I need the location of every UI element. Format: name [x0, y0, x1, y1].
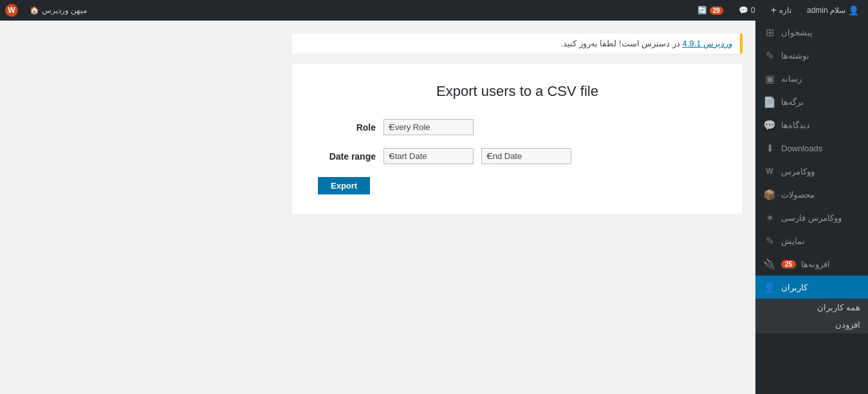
sidebar-item-label: کاربران [781, 283, 808, 292]
update-link[interactable]: وردپرس 4.9.1 [682, 39, 732, 48]
sidebar-item-posts[interactable]: نوشته‌ها ✎ [755, 44, 868, 67]
media-icon: ▣ [763, 72, 776, 85]
dashboard-icon: ⊞ [763, 26, 776, 39]
submenu-add-user[interactable]: افزودن [755, 316, 868, 333]
admin-bar: 👤 سلام admin تازه + 0 💬 29 🔄 میهن وردپرس… [0, 0, 868, 21]
update-notice: وردپرس 4.9.1 در دسترس است! لطفا به‌روز ک… [292, 33, 743, 53]
plugins-icon: 🔌 [763, 258, 776, 270]
adminbar-comments[interactable]: 0 💬 [735, 0, 759, 21]
notice-text: در دسترس است! لطفا به‌روز کنید. [561, 39, 680, 48]
role-select-wrapper: Every Role Administrator Editor Author C… [383, 119, 474, 135]
adminbar-new[interactable]: تازه + [767, 0, 795, 21]
sidebar-item-products[interactable]: محصولات 📦 [755, 183, 868, 206]
submenu-all-users[interactable]: همه کاربران [755, 299, 868, 316]
export-card: Export users to a CSV file Every Role Ad… [292, 64, 743, 214]
sidebar-item-dashboard[interactable]: پیشخوان ⊞ [755, 21, 868, 44]
posts-icon: ✎ [763, 49, 776, 62]
plugins-badge: 25 [781, 260, 796, 268]
user-avatar: 👤 [848, 5, 859, 15]
users-icon: 👤 [763, 281, 776, 294]
comment-count: 0 [751, 6, 755, 15]
sidebar-item-label: پیشخوان [781, 28, 813, 37]
sidebar-item-media[interactable]: رسانه ▣ [755, 67, 868, 90]
update-icon: 🔄 [697, 6, 707, 15]
adminbar-updates[interactable]: 29 🔄 [694, 0, 727, 21]
start-date-wrapper: Start Date [383, 148, 474, 164]
appearance-icon: ✎ [763, 234, 776, 247]
sidebar-item-comments[interactable]: دیدگاه‌ها 💬 [755, 113, 868, 136]
sidebar-item-label: ووکامرس [781, 167, 815, 176]
woocommerce-fa-icon: ✶ [763, 211, 776, 224]
main-wrapper: پیشخوان ⊞ نوشته‌ها ✎ رسانه ▣ برگه‌ها 📄 د… [0, 21, 868, 394]
adminbar-site[interactable]: میهن وردپرس 🏠 [26, 0, 91, 21]
sidebar-item-pages[interactable]: برگه‌ها 📄 [755, 90, 868, 113]
sidebar-item-label: دیدگاه‌ها [781, 120, 810, 130]
sidebar-item-label: رسانه [781, 74, 802, 84]
date-range-label: Date range [318, 151, 376, 162]
sidebar-item-label: نوشته‌ها [781, 51, 809, 61]
site-name: میهن وردپرس [42, 6, 87, 15]
role-row: Every Role Administrator Editor Author C… [318, 119, 717, 135]
end-date-wrapper: End Date [481, 148, 571, 164]
sidebar-item-label: نمایش [781, 236, 805, 246]
pages-icon: 📄 [763, 95, 776, 108]
wp-logo[interactable]: W [5, 4, 18, 17]
sidebar: پیشخوان ⊞ نوشته‌ها ✎ رسانه ▣ برگه‌ها 📄 د… [755, 21, 868, 394]
sidebar-item-users[interactable]: کاربران 👤 [755, 276, 868, 299]
date-range-row: End Date Start Date Date range [318, 148, 717, 164]
sidebar-item-label: برگه‌ها [781, 97, 804, 107]
new-label: تازه [779, 6, 791, 15]
export-title: Export users to a CSV file [318, 83, 717, 100]
adminbar-user[interactable]: 👤 سلام admin [803, 0, 863, 21]
sidebar-item-plugins[interactable]: افزونه‌ها 25 🔌 [755, 252, 868, 276]
start-date-select[interactable]: Start Date [383, 148, 474, 164]
comments-icon: 💬 [763, 118, 776, 131]
role-label: Role [318, 122, 376, 133]
woocommerce-icon: W [763, 165, 776, 178]
sidebar-item-label: ووکامرس فارسی [781, 213, 842, 223]
end-date-select[interactable]: End Date [481, 148, 571, 164]
home-icon: 🏠 [30, 6, 39, 15]
updates-count: 29 [710, 6, 723, 15]
sidebar-item-label: Downloads [781, 144, 822, 153]
adminbar-left: 👤 سلام admin تازه + 0 💬 29 🔄 [694, 0, 863, 21]
sidebar-item-downloads[interactable]: Downloads ⬇ [755, 136, 868, 160]
wp-logo-text: W [8, 6, 15, 15]
sidebar-item-label: محصولات [781, 190, 815, 200]
sidebar-item-label: افزونه‌ها [801, 259, 830, 269]
downloads-icon: ⬇ [763, 142, 776, 155]
sidebar-item-appearance[interactable]: نمایش ✎ [755, 229, 868, 252]
sidebar-menu: پیشخوان ⊞ نوشته‌ها ✎ رسانه ▣ برگه‌ها 📄 د… [755, 21, 868, 333]
export-button[interactable]: Export [318, 177, 370, 194]
sidebar-item-woocommerce[interactable]: ووکامرس W [755, 160, 868, 183]
user-greeting: سلام admin [807, 6, 845, 15]
adminbar-right: میهن وردپرس 🏠 W [5, 0, 91, 21]
plus-icon: + [771, 5, 777, 16]
sidebar-item-woocommerce-fa[interactable]: ووکامرس فارسی ✶ [755, 206, 868, 229]
products-icon: 📦 [763, 188, 776, 201]
comment-icon: 💬 [739, 6, 748, 15]
users-submenu: همه کاربران افزودن [755, 299, 868, 333]
form-actions: Export [318, 177, 717, 194]
add-user-label: افزودن [835, 320, 860, 330]
main-content: وردپرس 4.9.1 در دسترس است! لطفا به‌روز ک… [0, 21, 755, 394]
all-users-label: همه کاربران [817, 303, 860, 312]
role-select[interactable]: Every Role Administrator Editor Author C… [383, 119, 474, 135]
